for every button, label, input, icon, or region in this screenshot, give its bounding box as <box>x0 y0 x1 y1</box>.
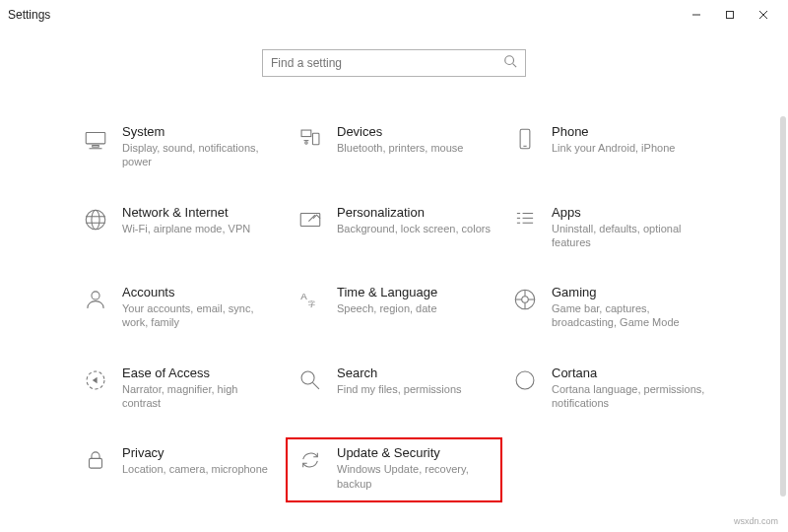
svg-rect-38 <box>90 459 102 469</box>
category-title: Search <box>337 366 462 380</box>
svg-point-4 <box>505 56 514 65</box>
cortana-icon <box>510 366 540 395</box>
category-desc: Your accounts, email, sync, work, family <box>122 301 278 330</box>
category-desc: Narrator, magnifier, high contrast <box>122 382 278 411</box>
category-text: PersonalizationBackground, lock screen, … <box>337 205 491 235</box>
svg-rect-1 <box>727 12 734 19</box>
category-desc: Game bar, captures, broadcasting, Game M… <box>552 301 707 330</box>
svg-point-14 <box>86 210 105 230</box>
category-ease[interactable]: Ease of AccessNarrator, magnifier, high … <box>81 366 278 411</box>
category-desc: Bluetooth, printers, mouse <box>337 141 463 155</box>
category-desc: Link your Android, iPhone <box>552 141 675 155</box>
privacy-icon <box>81 445 110 475</box>
category-desc: Windows Update, recovery, backup <box>337 462 492 491</box>
category-title: Phone <box>552 124 675 139</box>
titlebar: Settings <box>0 0 788 30</box>
category-system[interactable]: SystemDisplay, sound, notifications, pow… <box>81 124 278 169</box>
system-icon <box>81 124 110 154</box>
svg-point-37 <box>516 371 534 389</box>
close-button[interactable] <box>747 0 780 30</box>
category-title: System <box>122 124 278 139</box>
category-title: Gaming <box>552 285 707 299</box>
category-cortana[interactable]: CortanaCortana language, permissions, no… <box>510 366 707 411</box>
gaming-icon <box>510 285 540 314</box>
devices-icon <box>296 124 325 154</box>
category-title: Update & Security <box>337 445 492 460</box>
category-personalization[interactable]: PersonalizationBackground, lock screen, … <box>296 205 492 250</box>
svg-point-15 <box>92 210 99 230</box>
svg-text:A: A <box>300 291 307 301</box>
svg-point-29 <box>522 297 529 303</box>
category-accounts[interactable]: AccountsYour accounts, email, sync, work… <box>81 285 278 330</box>
category-title: Apps <box>552 205 707 220</box>
svg-rect-10 <box>312 133 319 144</box>
category-privacy[interactable]: PrivacyLocation, camera, microphone <box>81 445 278 491</box>
ease-icon <box>81 366 110 395</box>
svg-point-25 <box>92 292 99 299</box>
svg-rect-6 <box>86 133 105 144</box>
accounts-icon <box>81 285 110 314</box>
category-text: SearchFind my files, permissions <box>337 366 462 396</box>
category-text: PhoneLink your Android, iPhone <box>552 124 675 155</box>
category-text: GamingGame bar, captures, broadcasting, … <box>552 285 707 330</box>
category-text: AccountsYour accounts, email, sync, work… <box>122 285 278 330</box>
maximize-button[interactable] <box>713 0 747 30</box>
category-text: Update & SecurityWindows Update, recover… <box>337 445 492 491</box>
category-devices[interactable]: DevicesBluetooth, printers, mouse <box>296 124 492 169</box>
category-desc: Uninstall, defaults, optional features <box>552 222 707 250</box>
search-icon <box>503 54 517 72</box>
category-title: Accounts <box>122 285 278 299</box>
category-desc: Location, camera, microphone <box>122 462 268 476</box>
search-icon <box>296 366 325 395</box>
time-icon: A字 <box>296 285 325 314</box>
category-update[interactable]: Update & SecurityWindows Update, recover… <box>286 437 502 502</box>
category-text: CortanaCortana language, permissions, no… <box>552 366 707 411</box>
category-text: AppsUninstall, defaults, optional featur… <box>552 205 707 250</box>
category-text: SystemDisplay, sound, notifications, pow… <box>122 124 278 169</box>
update-icon <box>296 445 325 475</box>
titlebar-controls <box>680 0 780 30</box>
categories-grid: SystemDisplay, sound, notifications, pow… <box>0 124 788 491</box>
network-icon <box>81 205 110 234</box>
category-gaming[interactable]: GamingGame bar, captures, broadcasting, … <box>510 285 707 330</box>
category-title: Time & Language <box>337 285 437 299</box>
search-box[interactable] <box>262 49 526 77</box>
category-title: Cortana <box>552 366 707 380</box>
category-title: Devices <box>337 124 463 139</box>
minimize-button[interactable] <box>680 0 713 30</box>
category-title: Personalization <box>337 205 491 220</box>
category-desc: Speech, region, date <box>337 301 437 315</box>
search-input[interactable] <box>271 56 503 70</box>
scrollbar[interactable] <box>780 116 786 497</box>
category-text: Time & LanguageSpeech, region, date <box>337 285 437 315</box>
category-network[interactable]: Network & InternetWi-Fi, airplane mode, … <box>81 205 278 250</box>
svg-point-11 <box>305 142 307 144</box>
category-desc: Find my files, permissions <box>337 382 462 396</box>
category-title: Privacy <box>122 445 268 460</box>
category-title: Ease of Access <box>122 366 278 380</box>
svg-line-5 <box>513 64 517 68</box>
category-desc: Display, sound, notifications, power <box>122 141 278 169</box>
category-text: DevicesBluetooth, printers, mouse <box>337 124 463 155</box>
category-text: Network & InternetWi-Fi, airplane mode, … <box>122 205 250 235</box>
svg-rect-7 <box>93 146 99 148</box>
category-phone[interactable]: PhoneLink your Android, iPhone <box>510 124 707 169</box>
category-search[interactable]: SearchFind my files, permissions <box>296 366 492 411</box>
personalization-icon <box>296 205 325 234</box>
svg-line-36 <box>312 382 319 389</box>
category-apps[interactable]: AppsUninstall, defaults, optional featur… <box>510 205 707 250</box>
phone-icon <box>510 124 540 154</box>
category-desc: Background, lock screen, colors <box>337 222 491 235</box>
svg-rect-9 <box>301 130 311 137</box>
svg-text:字: 字 <box>308 299 315 308</box>
apps-icon <box>510 205 540 234</box>
svg-point-35 <box>301 371 314 384</box>
category-text: Ease of AccessNarrator, magnifier, high … <box>122 366 278 411</box>
category-time[interactable]: A字Time & LanguageSpeech, region, date <box>296 285 492 330</box>
attribution-text: wsxdn.com <box>734 516 778 526</box>
window-title: Settings <box>8 8 50 22</box>
category-desc: Wi-Fi, airplane mode, VPN <box>122 222 250 235</box>
category-title: Network & Internet <box>122 205 250 220</box>
category-desc: Cortana language, permissions, notificat… <box>552 382 707 411</box>
category-text: PrivacyLocation, camera, microphone <box>122 445 268 476</box>
